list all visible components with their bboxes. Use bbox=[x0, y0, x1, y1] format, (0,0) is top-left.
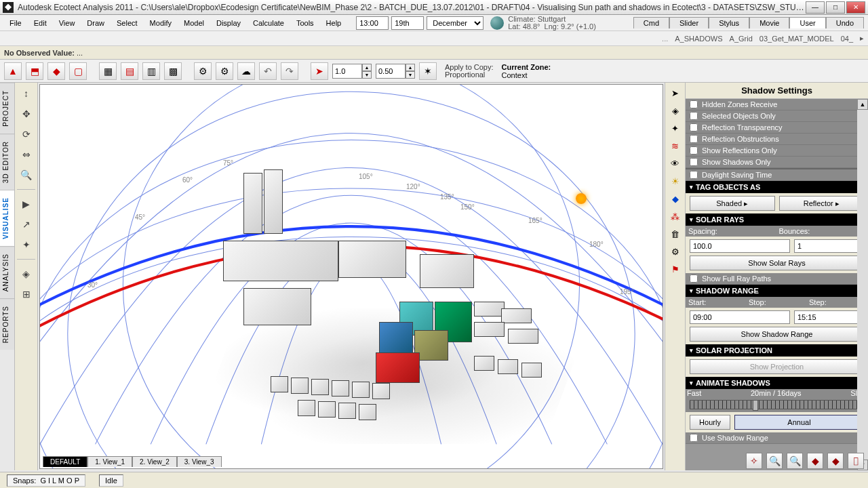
minimize-button[interactable]: — bbox=[806, 1, 825, 14]
chk-full-ray[interactable] bbox=[690, 274, 698, 283]
tab-movie[interactable]: Movie bbox=[749, 17, 789, 28]
tool-grid2-icon[interactable]: ▤ bbox=[121, 62, 138, 80]
time-day-input[interactable] bbox=[391, 16, 424, 30]
rt-box-icon[interactable]: ◈ bbox=[668, 103, 683, 118]
chk-shadows-only[interactable] bbox=[690, 158, 698, 166]
history-item[interactable]: 03_Get_MAT_MODEL bbox=[760, 35, 834, 43]
rt-cursor-icon[interactable]: ➤ bbox=[668, 85, 683, 100]
menu-calculate[interactable]: Calculate bbox=[248, 17, 290, 29]
hdr-shadow-range[interactable]: SHADOW RANGE bbox=[686, 285, 868, 297]
history-item[interactable]: 04_ bbox=[841, 35, 853, 43]
history-next-icon[interactable]: ▸ bbox=[860, 34, 864, 43]
btn-show-solar-rays[interactable]: Show Solar Rays bbox=[690, 256, 864, 270]
hdr-solar-projection[interactable]: SOLAR PROJECTION bbox=[686, 344, 868, 357]
lt-measure-icon[interactable]: ↗ bbox=[18, 216, 35, 232]
bi-target-icon[interactable]: ✧ bbox=[746, 453, 762, 469]
3d-viewport[interactable]: 30° 45° 60° 75° 105° 120° 135° 150° 165°… bbox=[39, 84, 663, 469]
animate-slider[interactable] bbox=[690, 400, 864, 409]
menu-tools[interactable]: Tools bbox=[291, 17, 319, 29]
tool-redo-icon[interactable]: ↷ bbox=[281, 62, 298, 80]
chk-refl-trans[interactable] bbox=[690, 123, 698, 131]
chk-use-shadow-range[interactable] bbox=[690, 434, 698, 442]
vtab-reports[interactable]: REPORTS bbox=[0, 298, 14, 350]
tool-grid3-icon[interactable]: ▥ bbox=[142, 62, 160, 80]
inp-spacing[interactable] bbox=[690, 239, 790, 253]
spin-up-icon[interactable]: ▲ bbox=[362, 64, 372, 71]
bi-camera-icon[interactable]: ⌷ bbox=[848, 453, 864, 469]
close-button[interactable]: ✕ bbox=[846, 1, 865, 14]
rt-gear-icon[interactable]: ⚙ bbox=[668, 244, 683, 259]
vtab-project[interactable]: PROJECT bbox=[0, 83, 14, 134]
chk-hidden-zones[interactable] bbox=[690, 100, 698, 108]
hdr-animate-shadows[interactable]: ANIMATE SHADOWS bbox=[686, 377, 868, 389]
tab-stylus[interactable]: Stylus bbox=[709, 17, 749, 28]
view-tab-3[interactable]: 3. View_3 bbox=[177, 456, 222, 467]
spin-up-icon[interactable]: ▲ bbox=[406, 64, 415, 71]
vtab-analysis[interactable]: ANALYSIS bbox=[0, 246, 14, 298]
menu-display[interactable]: Display bbox=[211, 17, 246, 29]
bi-book2-icon[interactable]: ◆ bbox=[827, 453, 844, 469]
rt-cube2-icon[interactable]: ◆ bbox=[668, 191, 683, 206]
bi-book-icon[interactable]: ◆ bbox=[807, 453, 823, 469]
lt-play-icon[interactable]: ▶ bbox=[18, 196, 35, 212]
lt-move-icon[interactable]: ✥ bbox=[18, 106, 35, 122]
tool-save-icon[interactable]: ◆ bbox=[47, 62, 65, 80]
btn-show-shadow-range[interactable]: Show Shadow Range bbox=[690, 327, 864, 342]
spin2-input[interactable] bbox=[376, 64, 406, 79]
rt-dots-icon[interactable]: ⁂ bbox=[668, 209, 683, 224]
menu-edit[interactable]: Edit bbox=[28, 17, 52, 29]
rt-light-icon[interactable]: ☀ bbox=[668, 174, 683, 188]
lt-target-icon[interactable]: ✦ bbox=[18, 237, 35, 253]
spin-down-icon[interactable]: ▼ bbox=[406, 71, 415, 79]
chk-refl-obstr[interactable] bbox=[690, 135, 698, 143]
chk-refl-only[interactable] bbox=[690, 146, 698, 155]
tool-open-icon[interactable]: ⬒ bbox=[26, 62, 43, 80]
menu-select[interactable]: Select bbox=[111, 17, 143, 29]
rt-sun-icon[interactable]: ≋ bbox=[668, 138, 683, 153]
menu-view[interactable]: View bbox=[54, 17, 81, 29]
hdr-tag-objects[interactable]: TAG OBJECTS AS bbox=[686, 181, 868, 193]
lt-grid-icon[interactable]: ⊞ bbox=[18, 286, 35, 302]
tool-gear2-icon[interactable]: ⚙ bbox=[216, 62, 233, 80]
tool-cloud-icon[interactable]: ☁ bbox=[237, 62, 255, 80]
btn-shaded[interactable]: Shaded ▸ bbox=[690, 196, 775, 211]
btn-annual[interactable]: Annual bbox=[734, 415, 864, 430]
btn-reflector[interactable]: Reflector ▸ bbox=[779, 196, 865, 211]
spin1-input[interactable] bbox=[332, 64, 362, 79]
time-month-select[interactable]: December bbox=[427, 16, 484, 30]
tool-new-icon[interactable]: ▲ bbox=[4, 62, 22, 80]
tab-user[interactable]: User bbox=[789, 17, 825, 28]
vtab-visualise[interactable]: VISUALISE bbox=[0, 190, 14, 246]
time-hour-input[interactable] bbox=[356, 16, 389, 30]
lt-arrow-icon[interactable]: ↕ bbox=[18, 85, 35, 102]
rt-compass-icon[interactable]: ✦ bbox=[668, 121, 683, 136]
menu-draw[interactable]: Draw bbox=[81, 17, 110, 29]
tool-cursor-icon[interactable]: ➤ bbox=[311, 62, 328, 80]
maximize-button[interactable]: □ bbox=[826, 1, 845, 14]
tool-axis-icon[interactable]: ✶ bbox=[419, 62, 437, 80]
lt-cube-icon[interactable]: ◈ bbox=[18, 266, 35, 282]
inp-start[interactable] bbox=[690, 310, 790, 324]
lt-orbit-icon[interactable]: ⟳ bbox=[18, 126, 35, 142]
tool-grid1-icon[interactable]: ▦ bbox=[99, 62, 117, 80]
rt-eye-icon[interactable]: 👁 bbox=[668, 156, 683, 171]
panel-scrollbar[interactable]: ▲ ▼ bbox=[857, 99, 868, 470]
bi-zoom-icon[interactable]: 🔍 bbox=[766, 453, 783, 469]
menu-modify[interactable]: Modify bbox=[144, 17, 177, 29]
view-tab-1[interactable]: 1. View_1 bbox=[87, 456, 132, 467]
lt-zoom-icon[interactable]: 🔍 bbox=[18, 167, 35, 183]
chk-dst[interactable] bbox=[690, 171, 698, 179]
tool-grid4-icon[interactable]: ▩ bbox=[164, 62, 182, 80]
tool-undo-icon[interactable]: ↶ bbox=[259, 62, 277, 80]
lt-pan-icon[interactable]: ⇔ bbox=[18, 146, 35, 163]
rt-trash-icon[interactable]: 🗑 bbox=[668, 226, 683, 241]
scroll-up-icon[interactable]: ▲ bbox=[857, 99, 868, 110]
tab-slider[interactable]: Slider bbox=[669, 17, 709, 28]
tool-box-icon[interactable]: ▢ bbox=[69, 62, 87, 80]
rt-flag-icon[interactable]: ⚑ bbox=[668, 262, 683, 277]
slider-thumb[interactable] bbox=[753, 400, 758, 411]
bi-zoom2-icon[interactable]: 🔍 bbox=[787, 453, 803, 469]
view-tab-default[interactable]: DEFAULT bbox=[43, 456, 87, 467]
menu-help[interactable]: Help bbox=[321, 17, 347, 29]
spin-down-icon[interactable]: ▼ bbox=[362, 71, 372, 79]
